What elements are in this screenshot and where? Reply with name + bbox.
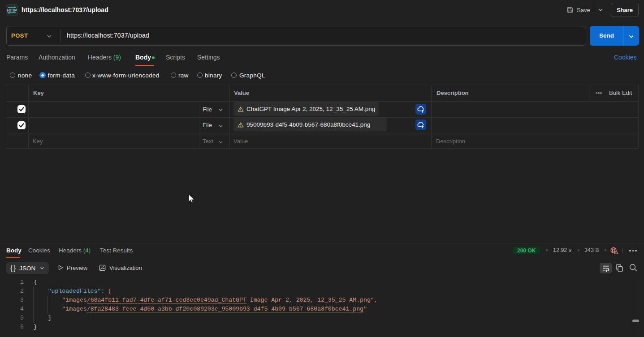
- svg-text:HTTP: HTTP: [7, 8, 17, 13]
